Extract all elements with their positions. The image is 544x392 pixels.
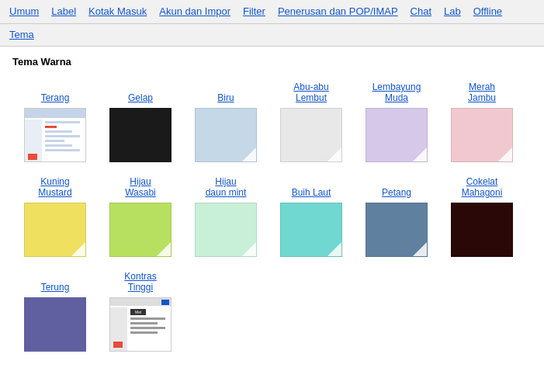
theme-item-kuning-mustard[interactable]: Kuning Mustard [12,175,98,257]
top-nav: Umum Label Kotak Masuk Akun dan Impor Fi… [0,0,544,24]
theme-item-terung[interactable]: Terung [12,269,98,352]
sub-nav-tema[interactable]: Tema [6,26,37,44]
theme-item-petang[interactable]: Petang [354,175,439,257]
theme-label-merah-jambu: Merah Jambu [468,80,496,103]
nav-chat[interactable]: Chat [404,0,438,23]
theme-label-gelap: Gelap [128,80,153,103]
theme-label-lembayung-muda: Lembayung Muda [372,80,421,103]
nav-akun-impor[interactable]: Akun dan Impor [153,0,237,23]
swatch-lembayung-muda [366,108,428,162]
theme-label-petang: Petang [382,175,411,198]
theme-label-buih-laut: Buih Laut [292,175,331,198]
nav-lab[interactable]: Lab [438,0,467,23]
theme-item-lembayung-muda[interactable]: Lembayung Muda [354,80,439,162]
swatch-gelap [109,108,172,162]
theme-item-hijau-wasabi[interactable]: Hijau Wasabi [98,175,183,257]
swatch-merah-jambu [451,108,513,162]
theme-label-terung: Terung [41,269,70,293]
theme-item-terang[interactable]: Terang [12,80,98,162]
swatch-hijau-wasabi [109,203,172,257]
nav-label[interactable]: Label [45,0,82,23]
nav-umum[interactable]: Umum [3,0,45,23]
nav-offline[interactable]: Offline [467,0,508,23]
swatch-abu-abu-lembut [280,108,342,162]
swatch-kontras-tinggi: Mel [109,297,172,352]
theme-label-hijau-daun-mint: Hijau daun mint [206,175,247,198]
theme-item-gelap[interactable]: Gelap [98,80,183,162]
swatch-buih-laut [280,203,342,257]
theme-label-abu-abu-lembut: Abu-abu Lembut [293,80,328,103]
theme-item-buih-laut[interactable]: Buih Laut [269,175,354,257]
sub-nav: Tema [0,24,544,47]
main-content: Tema Warna Terang GelapBiruAbu-abu Lembu… [0,47,544,373]
theme-label-kuning-mustard: Kuning Mustard [38,175,71,198]
swatch-biru [195,108,257,162]
theme-item-merah-jambu[interactable]: Merah Jambu [439,80,525,162]
theme-label-hijau-wasabi: Hijau Wasabi [125,175,156,198]
theme-label-biru: Biru [217,80,234,103]
theme-item-hijau-daun-mint[interactable]: Hijau daun mint [183,175,269,257]
nav-kotak-masuk[interactable]: Kotak Masuk [82,0,153,23]
theme-grid: Terang GelapBiruAbu-abu LembutLembayung … [12,80,532,364]
nav-filter[interactable]: Filter [237,0,272,23]
theme-item-abu-abu-lembut[interactable]: Abu-abu Lembut [269,80,354,162]
theme-item-biru[interactable]: Biru [183,80,269,162]
theme-item-cokelat-mahagoni[interactable]: Cokelat Mahagoni [439,175,525,257]
nav-penerusan[interactable]: Penerusan dan POP/IMAP [272,0,404,23]
swatch-hijau-daun-mint [195,203,257,257]
theme-label-kontras-tinggi: Kontras Tinggi [124,269,156,293]
swatch-terang [24,108,86,162]
swatch-cokelat-mahagoni [451,203,513,257]
section-title: Tema Warna [12,56,532,68]
theme-item-kontras-tinggi[interactable]: Kontras Tinggi Mel [98,269,183,352]
theme-label-cokelat-mahagoni: Cokelat Mahagoni [462,175,503,198]
swatch-terung [24,297,86,352]
theme-label-terang: Terang [41,80,70,103]
swatch-petang [366,203,428,257]
swatch-kuning-mustard [24,203,86,257]
